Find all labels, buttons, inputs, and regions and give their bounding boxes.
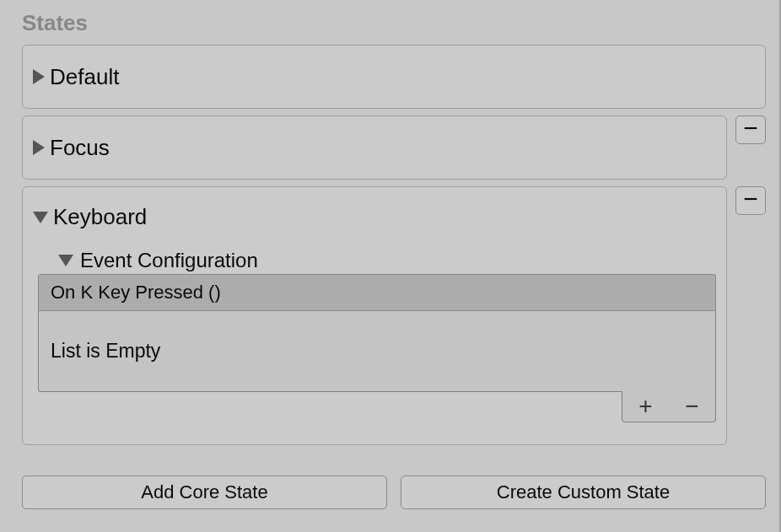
state-default-label: Default bbox=[50, 64, 119, 90]
remove-focus-button[interactable]: − bbox=[735, 116, 766, 144]
state-focus-header[interactable]: Focus bbox=[33, 135, 716, 161]
list-add-remove-box: + − bbox=[622, 391, 716, 422]
state-default-header[interactable]: Default bbox=[33, 64, 755, 90]
state-keyboard-box: Keyboard Event Configuration On K Key Pr… bbox=[22, 186, 727, 445]
chevron-down-icon bbox=[33, 212, 48, 223]
bottom-button-row: Add Core State Create Custom State bbox=[22, 476, 766, 509]
state-row-focus: Focus − bbox=[22, 116, 766, 180]
add-core-state-button[interactable]: Add Core State bbox=[22, 476, 387, 509]
list-footer: + − bbox=[38, 391, 716, 422]
remove-event-button[interactable]: − bbox=[669, 391, 715, 422]
state-row-default: Default bbox=[22, 45, 766, 109]
plus-icon: + bbox=[638, 393, 652, 420]
state-keyboard-header[interactable]: Keyboard bbox=[33, 204, 716, 230]
create-custom-state-button[interactable]: Create Custom State bbox=[401, 476, 766, 509]
remove-keyboard-button[interactable]: − bbox=[735, 186, 766, 215]
chevron-right-icon bbox=[33, 69, 45, 84]
event-list-body: List is Empty bbox=[38, 311, 716, 392]
add-event-button[interactable]: + bbox=[622, 391, 669, 422]
states-panel: States Default Focus − Keyboard bbox=[0, 0, 779, 509]
section-title: States bbox=[22, 10, 766, 36]
state-keyboard-label: Keyboard bbox=[53, 204, 147, 230]
chevron-down-icon bbox=[58, 255, 73, 266]
state-focus-label: Focus bbox=[50, 135, 110, 161]
state-row-keyboard: Keyboard Event Configuration On K Key Pr… bbox=[22, 186, 766, 445]
list-empty-text: List is Empty bbox=[51, 340, 160, 362]
minus-icon: − bbox=[685, 393, 698, 420]
event-config-header[interactable]: Event Configuration bbox=[33, 249, 716, 272]
event-config-label: Event Configuration bbox=[80, 249, 258, 272]
state-focus-box[interactable]: Focus bbox=[22, 116, 727, 180]
event-header-bar[interactable]: On K Key Pressed () bbox=[38, 274, 716, 311]
state-default-box[interactable]: Default bbox=[22, 45, 766, 109]
chevron-right-icon bbox=[33, 140, 45, 155]
